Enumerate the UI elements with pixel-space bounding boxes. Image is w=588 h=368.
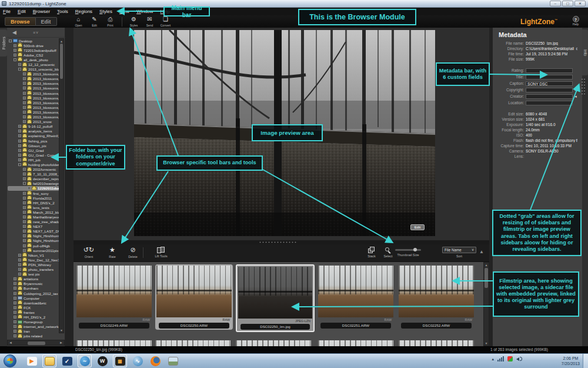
scroll-left-icon[interactable]: ◄ xyxy=(9,341,12,344)
tray-expand-icon[interactable]: ▴ xyxy=(492,357,494,362)
folder-row[interactable]: +2013_blossoms_9 xyxy=(8,115,59,120)
expand-toggle-icon[interactable]: + xyxy=(23,87,26,89)
folder-row[interactable]: +2013_blossoms_10 xyxy=(8,77,59,81)
folder-row[interactable]: +Iran xyxy=(8,329,59,334)
rate-button[interactable]: ★Rate xyxy=(104,246,121,258)
orient-button[interactable]: ↺↻Orient xyxy=(78,246,99,258)
edit-overlay-button[interactable]: Edit xyxy=(410,224,425,230)
stack-button[interactable]: Stack xyxy=(364,246,379,258)
expand-toggle-icon[interactable]: + xyxy=(28,187,31,190)
scroll-up-icon[interactable]: ▲ xyxy=(484,263,489,267)
expand-toggle-icon[interactable]: + xyxy=(23,216,26,218)
scroll-down-icon[interactable]: ▼ xyxy=(59,329,64,332)
scroll-thumb[interactable] xyxy=(485,268,488,288)
expand-toggle-icon[interactable]: + xyxy=(18,268,21,271)
menu-view[interactable]: View xyxy=(119,9,129,14)
expand-toggle-icon[interactable]: + xyxy=(14,301,16,304)
expand-toggle-icon[interactable]: + xyxy=(18,140,21,142)
menu-tools[interactable]: Tools xyxy=(57,9,68,14)
folder-row[interactable]: +Homegroup xyxy=(8,320,59,324)
expand-toggle-icon[interactable]: + xyxy=(23,177,26,180)
expand-toggle-icon[interactable]: + xyxy=(14,297,16,300)
menu-styles[interactable]: Styles xyxy=(99,9,112,14)
filmstrip-next-row-thumbnail[interactable] xyxy=(399,340,474,346)
menu-file[interactable]: File xyxy=(3,9,11,14)
folder-row[interactable]: +Bryanmusic xyxy=(8,281,59,286)
resize-gutter-horizontal[interactable] xyxy=(74,240,489,244)
folder-row[interactable]: +Marthalibraryevent xyxy=(8,214,59,219)
sort-dropdown[interactable]: File Name˅ xyxy=(442,247,476,253)
folder-row[interactable]: +Adobe_CS2 xyxy=(8,52,59,57)
edit-button[interactable]: ✎Edit xyxy=(86,16,102,28)
folders-sidebar-tab[interactable]: Folders xyxy=(0,29,7,57)
folder-row[interactable]: +7_10_11_2008_ORF xyxy=(8,172,59,177)
expand-toggle-icon[interactable]: + xyxy=(14,54,16,57)
lightzone-app-icon[interactable]: ▦ xyxy=(113,354,127,367)
folder-row[interactable]: +2011funscenic xyxy=(8,167,59,172)
photo-viewer-icon[interactable] xyxy=(166,354,180,367)
collapse-toggle-icon[interactable]: − xyxy=(9,39,12,42)
expand-toggle-icon[interactable]: + xyxy=(23,115,26,118)
check-app-icon[interactable]: ✓ xyxy=(60,354,74,367)
slider-thumb[interactable] xyxy=(413,248,417,251)
folder-row[interactable]: +pull-off4gb xyxy=(8,243,59,248)
folder-row[interactable]: −fall2010wasteground xyxy=(8,181,59,186)
folder-tree-hscrollbar[interactable]: ◄ ► xyxy=(7,340,65,346)
filmstrip-thumbnail[interactable]: JPEG-LZNDSC02250_lzn.jpg xyxy=(236,264,315,332)
folder-row[interactable]: +2013_blossoms_1 xyxy=(8,72,59,77)
filmstrip-vscrollbar[interactable]: ▲ ▼ xyxy=(483,262,489,346)
folder-row[interactable]: +2013_blossoms_2 xyxy=(8,81,59,86)
folder-row[interactable]: +2013_blossoms_6 xyxy=(8,100,59,105)
folder-row[interactable]: +Gibson_pix xyxy=(8,143,59,148)
metadata-field-input[interactable]: SONY DSC xyxy=(526,81,573,86)
expand-toggle-icon[interactable]: + xyxy=(23,206,26,209)
filmstrip-thumbnail[interactable]: RAWDSC02250.ARW xyxy=(155,264,233,330)
folder-row[interactable]: +NEX7 xyxy=(8,224,59,229)
folder-row[interactable]: +GU_Grad xyxy=(8,148,59,152)
folder-row[interactable]: +Nikon_V1 xyxy=(8,253,59,257)
filmstrip-next-row-thumbnail[interactable] xyxy=(76,340,152,346)
thunderbird-icon[interactable]: ～ xyxy=(78,354,92,367)
folder-row[interactable]: +jobs related xyxy=(8,334,59,339)
volume-icon[interactable] xyxy=(516,356,522,362)
slider-track[interactable] xyxy=(395,249,421,251)
folder-row[interactable]: +analysis_items xyxy=(8,129,59,134)
firefox-icon[interactable] xyxy=(148,354,162,367)
thumbnail-size-slider[interactable]: Thumbnail Size xyxy=(395,249,421,257)
folder-row[interactable]: +december_repros xyxy=(8,177,59,181)
folder-row[interactable]: +Night_Hirshhorn - Cop xyxy=(8,238,59,243)
expand-toggle-icon[interactable]: + xyxy=(23,239,26,242)
menu-edit[interactable]: Edit xyxy=(18,9,26,14)
expand-toggle-icon[interactable]: + xyxy=(18,273,21,276)
expand-toggle-icon[interactable]: + xyxy=(23,225,26,228)
grab-dots-horizontal[interactable] xyxy=(259,241,296,243)
menu-window[interactable]: Window xyxy=(136,9,153,14)
folder-row[interactable]: +new_tree_shadows_58 xyxy=(8,220,59,224)
expand-toggle-icon[interactable]: + xyxy=(23,111,26,114)
folder-row[interactable]: +artiations xyxy=(8,277,59,281)
resize-gutter-left[interactable] xyxy=(65,28,74,346)
expand-toggle-icon[interactable]: + xyxy=(14,325,16,328)
expand-toggle-icon[interactable]: + xyxy=(23,82,26,85)
antivirus-tray-icon[interactable] xyxy=(507,356,513,362)
expand-toggle-icon[interactable]: + xyxy=(23,192,26,195)
minimize-button[interactable]: ‒ xyxy=(550,1,561,6)
expand-toggle-icon[interactable]: + xyxy=(23,197,26,200)
media-w-icon[interactable]: W xyxy=(95,354,109,367)
expand-toggle-icon[interactable]: + xyxy=(18,263,21,266)
filmstrip-next-row-thumbnail[interactable] xyxy=(155,340,230,346)
scroll-thumb[interactable] xyxy=(28,342,45,345)
scroll-thumb[interactable] xyxy=(60,44,63,79)
folder-row[interactable]: +photo_transfers xyxy=(8,267,59,272)
folder-row[interactable]: +Florida2011 xyxy=(8,195,59,200)
folder-row[interactable]: +2013_snow xyxy=(8,120,59,124)
lift-tools-button[interactable]: Lift Tools xyxy=(149,246,173,258)
expand-toggle-icon[interactable]: + xyxy=(14,287,16,290)
metadata-field-input[interactable] xyxy=(526,88,573,92)
filmstrip-thumbnail[interactable]: RAWDSC02251.ARW xyxy=(318,266,393,329)
taskbar-clock[interactable]: 2:06 PM 7/20/2013 xyxy=(562,356,580,366)
file-explorer-icon[interactable] xyxy=(42,354,56,367)
folder-row[interactable]: +lens_tests xyxy=(8,205,59,210)
metadata-field-input[interactable] xyxy=(526,68,573,73)
expand-toggle-icon[interactable]: + xyxy=(14,306,16,309)
